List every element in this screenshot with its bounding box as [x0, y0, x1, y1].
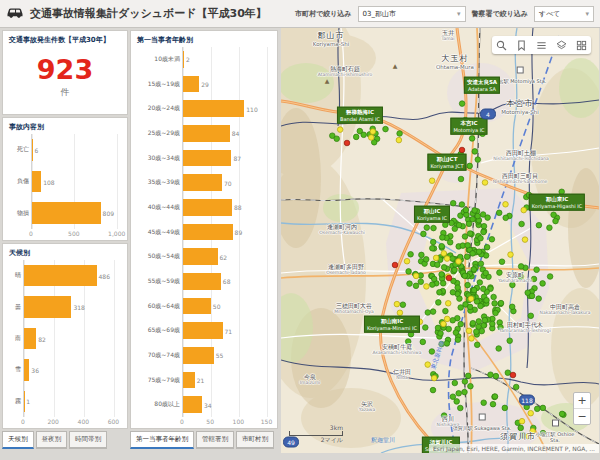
bookmarks-icon[interactable] — [516, 40, 527, 51]
accident-point-green[interactable] — [509, 304, 515, 310]
accident-point-yellow[interactable] — [530, 428, 536, 434]
accident-point-green[interactable] — [472, 120, 478, 126]
bar-segment[interactable] — [183, 396, 202, 413]
accident-point-green[interactable] — [455, 285, 461, 291]
bar-segment[interactable] — [183, 273, 221, 290]
accident-point-red[interactable] — [446, 275, 452, 281]
accident-point-green[interactable] — [431, 225, 437, 231]
bar-segment[interactable] — [183, 248, 218, 265]
accident-point-green[interactable] — [437, 290, 443, 296]
accident-point-green[interactable] — [449, 220, 455, 226]
accident-point-green[interactable] — [468, 383, 474, 389]
accident-point-green[interactable] — [435, 325, 441, 331]
bar-segment[interactable] — [183, 322, 223, 339]
accident-point-green[interactable] — [383, 126, 389, 132]
accident-point-green[interactable] — [472, 87, 478, 93]
accident-point-green[interactable] — [430, 387, 436, 393]
accident-point-green[interactable] — [420, 339, 426, 345]
tab-天候別[interactable]: 天候別 — [2, 431, 34, 449]
accident-point-green[interactable] — [493, 373, 499, 379]
accident-point-green[interactable] — [440, 281, 446, 287]
accident-point-green[interactable] — [489, 237, 495, 243]
accident-point-green[interactable] — [498, 324, 504, 330]
tab-第一当事者年齢別[interactable]: 第一当事者年齢別 — [130, 431, 194, 449]
tab-市町村別[interactable]: 市町村別 — [236, 431, 274, 449]
accident-point-yellow[interactable] — [519, 418, 525, 424]
accident-point-green[interactable] — [439, 243, 445, 249]
accident-point-green[interactable] — [472, 149, 478, 155]
accident-point-green[interactable] — [496, 210, 502, 216]
accident-point-green[interactable] — [481, 323, 487, 329]
accident-point-green[interactable] — [491, 294, 497, 300]
accident-point-green[interactable] — [462, 379, 468, 385]
accident-point-green[interactable] — [438, 215, 444, 221]
bar-segment[interactable] — [183, 100, 244, 117]
accident-point-green[interactable] — [464, 254, 470, 260]
accident-point-green[interactable] — [559, 189, 565, 195]
accident-point-green[interactable] — [454, 399, 460, 405]
accident-point-green[interactable] — [499, 259, 505, 265]
accident-point-green[interactable] — [470, 320, 476, 326]
accident-point-green[interactable] — [408, 331, 414, 337]
tab-昼夜別[interactable]: 昼夜別 — [36, 431, 68, 449]
accident-point-green[interactable] — [438, 331, 444, 337]
accident-point-green[interactable] — [430, 245, 436, 251]
accident-point-green[interactable] — [528, 313, 534, 319]
accident-point-green[interactable] — [467, 304, 473, 310]
accident-point-yellow[interactable] — [444, 256, 450, 262]
accident-point-green[interactable] — [553, 218, 559, 224]
accident-point-yellow[interactable] — [526, 433, 532, 439]
accident-point-yellow[interactable] — [433, 255, 439, 261]
accident-point-yellow[interactable] — [482, 180, 488, 186]
accident-point-green[interactable] — [452, 380, 458, 386]
accident-point-green[interactable] — [462, 389, 468, 395]
accident-point-green[interactable] — [443, 308, 449, 314]
accident-point-green[interactable] — [503, 215, 509, 221]
city-filter-dropdown[interactable]: 03_郡山市 ▾ — [358, 6, 466, 22]
accident-point-yellow[interactable] — [424, 284, 430, 290]
accident-point-green[interactable] — [443, 222, 449, 228]
accident-point-green[interactable] — [497, 270, 503, 276]
accident-point-green[interactable] — [481, 223, 487, 229]
accident-point-yellow[interactable] — [456, 259, 462, 265]
accident-point-green[interactable] — [450, 256, 456, 262]
accident-point-green[interactable] — [481, 229, 487, 235]
accident-point-green[interactable] — [526, 192, 532, 198]
accident-point-green[interactable] — [463, 207, 469, 213]
layers-icon[interactable] — [536, 40, 547, 51]
bar-segment[interactable] — [183, 347, 214, 364]
accident-point-green[interactable] — [413, 283, 419, 289]
accident-point-green[interactable] — [441, 265, 447, 271]
accident-point-green[interactable] — [361, 132, 367, 138]
zoom-out-button[interactable]: − — [574, 409, 590, 424]
accident-point-green[interactable] — [559, 411, 565, 417]
bar-segment[interactable] — [183, 199, 232, 216]
accident-point-green[interactable] — [353, 134, 359, 140]
map-canvas[interactable]: 郡山市Koriyama-Shi大玉村Ohtama-Mura本宮市Motomiya… — [281, 28, 599, 453]
accident-point-yellow[interactable] — [528, 410, 534, 416]
accident-point-green[interactable] — [441, 413, 447, 419]
bar-segment[interactable] — [32, 171, 41, 193]
accident-point-green[interactable] — [476, 249, 482, 255]
accident-point-yellow[interactable] — [521, 207, 527, 213]
bar-segment[interactable] — [183, 372, 195, 389]
accident-point-green[interactable] — [407, 281, 413, 287]
accident-point-green[interactable] — [458, 405, 464, 411]
accident-point-green[interactable] — [435, 262, 441, 268]
accident-point-green[interactable] — [458, 176, 464, 182]
accident-point-green[interactable] — [465, 282, 471, 288]
accident-point-green[interactable] — [483, 270, 489, 276]
accident-point-red[interactable] — [510, 372, 516, 378]
accident-point-green[interactable] — [488, 372, 494, 378]
accident-point-green[interactable] — [465, 373, 471, 379]
accident-point-yellow[interactable] — [522, 237, 528, 243]
accident-point-green[interactable] — [475, 157, 481, 163]
bar-segment[interactable] — [183, 174, 222, 191]
accident-point-green[interactable] — [502, 405, 508, 411]
bar-segment[interactable] — [32, 139, 33, 161]
search-icon[interactable] — [496, 40, 507, 51]
accident-point-green[interactable] — [400, 302, 406, 308]
accident-point-yellow[interactable] — [397, 310, 403, 316]
accident-point-green[interactable] — [536, 222, 542, 228]
accident-point-green[interactable] — [531, 276, 537, 282]
